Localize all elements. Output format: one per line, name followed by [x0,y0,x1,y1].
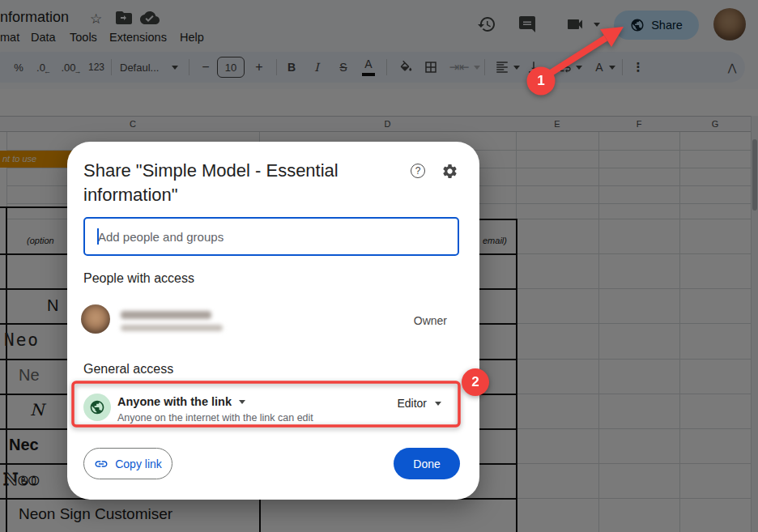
share-dialog: Share "Simple Model - Essential informat… [67,142,479,500]
text-caret [97,228,99,245]
help-button[interactable]: ? [409,162,427,180]
settings-gear-icon[interactable] [441,162,458,180]
owner-avatar [81,304,110,334]
general-access-dropdown-icon [239,400,245,404]
copy-link-label: Copy link [115,458,162,470]
add-people-input[interactable] [83,217,459,256]
public-globe-icon [83,394,111,421]
done-button[interactable]: Done [394,448,460,479]
role-value: Editor [397,397,427,410]
copy-link-button[interactable]: Copy link [83,448,172,479]
owner-email-redacted [121,325,223,331]
general-access-value: Anyone with the link [117,395,232,408]
general-access-heading: General access [83,362,173,377]
link-icon [94,457,109,471]
share-dialog-title: Share "Simple Model - Essential informat… [83,159,424,207]
general-access-select[interactable]: Anyone with the link [117,395,245,408]
role-select[interactable]: Editor [397,397,441,410]
general-access-description: Anyone on the internet with the link can… [117,412,313,423]
owner-name-redacted [121,311,211,319]
people-with-access-heading: People with access [83,271,194,286]
owner-role-label: Owner [414,314,447,327]
role-dropdown-icon [435,402,441,406]
google-sheets-window: nformation ☆ mat Data Tools Extensions H… [0,0,758,532]
